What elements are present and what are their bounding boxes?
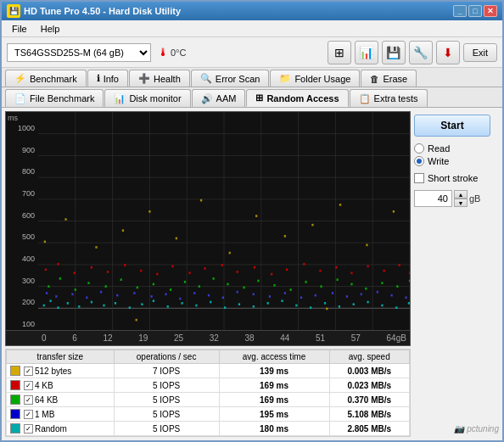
table-row: ✓ 512 bytes 7 IOPS 139 ms 0.003 MB/s [7, 364, 410, 378]
window-title: HD Tune Pro 4.50 - Hard Disk Utility [24, 6, 181, 16]
radio-read-circle[interactable] [414, 143, 424, 154]
svg-rect-97 [409, 280, 410, 283]
row-64kb-ops: 5 IOPS [114, 393, 219, 407]
svg-rect-93 [350, 283, 352, 286]
row-512-access: 139 ms [219, 364, 329, 378]
svg-rect-106 [171, 266, 173, 268]
menu-file[interactable]: File [5, 22, 34, 36]
minimize-button[interactable]: _ [453, 5, 467, 17]
spin-up-button[interactable]: ▲ [454, 190, 468, 199]
svg-rect-148 [393, 210, 395, 213]
row-random-speed: 2.805 MB/s [329, 422, 410, 436]
svg-rect-104 [140, 270, 142, 272]
tab-health[interactable]: ➕ Health [129, 70, 190, 87]
spin-input[interactable] [414, 190, 452, 207]
title-bar: 💾 HD Tune Pro 4.50 - Hard Disk Utility _… [2, 2, 502, 20]
svg-rect-61 [237, 291, 238, 294]
check-4kb[interactable]: ✓ [24, 381, 33, 390]
menu-help[interactable]: Help [34, 22, 67, 36]
toolbar-btn-2[interactable]: 📊 [355, 41, 378, 64]
exit-button[interactable]: Exit [463, 43, 497, 62]
svg-rect-24 [91, 301, 92, 304]
radio-write-circle[interactable] [414, 156, 424, 166]
svg-rect-99 [57, 263, 59, 266]
tab-benchmark[interactable]: ⚡ Benchmark [5, 70, 87, 87]
svg-rect-32 [195, 305, 197, 307]
drive-selector[interactable]: TS64GSSD25S-M (64 gB) [7, 43, 151, 62]
folder-icon: 📁 [279, 73, 291, 84]
tab-erase[interactable]: 🗑 Erase [361, 70, 417, 87]
maximize-button[interactable]: □ [468, 5, 482, 17]
spin-down-button[interactable]: ▼ [454, 199, 468, 207]
table-row: ✓ 64 KB 5 IOPS 169 ms 0.370 MB/s [7, 393, 410, 407]
svg-rect-77 [105, 285, 107, 288]
svg-rect-54 [133, 292, 135, 294]
toolbar-btn-4[interactable]: 🔧 [409, 41, 433, 64]
color-512-icon [10, 366, 20, 376]
svg-rect-85 [227, 283, 228, 286]
svg-rect-94 [365, 288, 367, 290]
svg-rect-120 [399, 264, 400, 266]
table-row: ✓ 1 MB 5 IOPS 195 ms 5.108 MB/s [7, 407, 410, 422]
svg-rect-81 [170, 288, 171, 291]
svg-rect-68 [346, 295, 348, 298]
tab-extra-tests[interactable]: 📋 Extra tests [350, 89, 428, 107]
check-1mb[interactable]: ✓ [24, 410, 33, 419]
short-stroke-checkbox[interactable] [414, 173, 424, 183]
svg-rect-62 [253, 294, 255, 296]
svg-rect-63 [269, 295, 271, 298]
svg-rect-114 [303, 263, 305, 266]
toolbar-btn-5[interactable]: ⬇ [436, 41, 460, 64]
row-1mb-access: 195 ms [219, 407, 329, 422]
start-button[interactable]: Start [414, 115, 490, 137]
svg-rect-67 [332, 292, 333, 294]
svg-rect-40 [310, 306, 311, 309]
short-stroke-checkbox-item[interactable]: Short stroke [414, 173, 499, 183]
check-64kb[interactable]: ✓ [24, 395, 33, 405]
svg-rect-140 [284, 235, 286, 238]
tab-disk-monitor[interactable]: 📊 Disk monitor [104, 89, 190, 107]
tab-aam[interactable]: 🔊 AAM [192, 89, 246, 107]
row-4kb-ops: 5 IOPS [114, 378, 219, 393]
svg-rect-88 [273, 284, 275, 287]
svg-rect-70 [377, 291, 378, 294]
close-button[interactable]: ✕ [484, 5, 497, 17]
svg-rect-118 [367, 266, 368, 268]
svg-rect-109 [221, 264, 223, 266]
y-axis-title: ms [6, 112, 38, 122]
check-random[interactable]: ✓ [24, 424, 33, 434]
tab-info[interactable]: ℹ Info [87, 70, 128, 87]
radio-write[interactable]: Write [414, 156, 499, 166]
menu-bar: File Help [2, 20, 502, 37]
svg-rect-44 [367, 301, 368, 304]
tabs-row-1: ⚡ Benchmark ℹ Info ➕ Health 🔍 Error Scan… [2, 68, 502, 87]
svg-rect-89 [289, 288, 291, 291]
svg-rect-46 [395, 306, 397, 309]
svg-rect-142 [311, 224, 313, 227]
title-controls: _ □ ✕ [453, 5, 497, 17]
svg-rect-136 [229, 252, 231, 255]
svg-rect-82 [184, 281, 186, 283]
svg-rect-76 [87, 282, 89, 284]
svg-rect-108 [204, 267, 205, 270]
tab-file-benchmark[interactable]: 📄 File Benchmark [5, 89, 104, 107]
svg-rect-87 [257, 280, 259, 283]
svg-rect-59 [208, 294, 210, 297]
chart-svg [38, 112, 410, 330]
tab-error-scan[interactable]: 🔍 Error Scan [191, 70, 270, 87]
row-64kb-label: ✓ 64 KB [7, 393, 115, 407]
svg-rect-121 [409, 271, 410, 274]
svg-rect-80 [153, 283, 154, 286]
svg-rect-130 [148, 210, 150, 213]
svg-rect-23 [78, 305, 80, 308]
radio-read[interactable]: Read [414, 143, 499, 154]
check-512[interactable]: ✓ [24, 366, 33, 376]
tab-random-access[interactable]: ⊞ Random Access [246, 89, 348, 107]
toolbar: TS64GSSD25S-M (64 gB) 🌡 0°C ⊞ 📊 💾 🔧 ⬇ Ex… [2, 37, 502, 68]
toolbar-btn-3[interactable]: 💾 [382, 41, 406, 64]
svg-rect-132 [176, 238, 177, 240]
toolbar-btn-1[interactable]: ⊞ [328, 41, 351, 64]
tab-folder-usage[interactable]: 📁 Folder Usage [270, 70, 360, 87]
erase-icon: 🗑 [370, 74, 379, 84]
svg-rect-37 [267, 302, 269, 305]
